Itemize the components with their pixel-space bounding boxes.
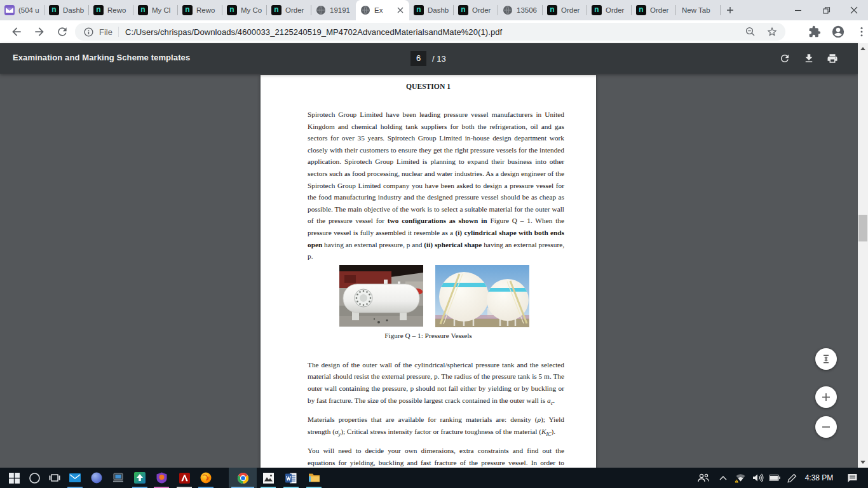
pdf-toolbar: Examination and Marking Scheme templates… xyxy=(0,43,858,74)
download-icon[interactable] xyxy=(803,53,815,64)
fit-to-page-button[interactable] xyxy=(815,348,837,370)
volume-icon[interactable] xyxy=(750,468,766,488)
back-icon[interactable] xyxy=(10,25,23,38)
n-favicon: n xyxy=(414,5,424,15)
zoom-in-button[interactable] xyxy=(815,386,837,408)
scrollbar[interactable] xyxy=(858,43,868,468)
tab-order-1[interactable]: n Order xyxy=(267,0,311,20)
rotate-icon[interactable] xyxy=(779,53,790,64)
pdf-viewer: QUESTION 1 Spirotech Group Limited have … xyxy=(0,74,858,468)
time-label: 4:38 PM xyxy=(805,473,834,482)
spherical-vessels-photo xyxy=(435,265,529,327)
forward-icon[interactable] xyxy=(33,25,46,38)
n-favicon: n xyxy=(49,5,59,15)
acrobat-app-icon[interactable] xyxy=(174,468,194,488)
shield-app-icon[interactable] xyxy=(151,468,172,488)
tab-my-cl[interactable]: n My Cl xyxy=(133,0,178,20)
window-controls xyxy=(784,0,868,20)
paragraph-intro: Spirotech Group Limited have been leadin… xyxy=(308,109,564,262)
n-favicon: n xyxy=(182,5,193,15)
clock[interactable]: 4:38 PM xyxy=(802,468,836,488)
action-center-icon[interactable] xyxy=(843,468,862,488)
zoom-out-button[interactable] xyxy=(815,416,837,438)
tab-new-tab[interactable]: New Tab xyxy=(676,0,721,20)
current-page-input[interactable]: 6 xyxy=(410,51,426,66)
scroll-up-arrow[interactable] xyxy=(858,43,868,54)
task-view-button[interactable] xyxy=(44,468,65,488)
green-arrow-app-icon[interactable] xyxy=(130,468,150,488)
tab-order-2[interactable]: n Order xyxy=(454,0,498,20)
globe-favicon xyxy=(316,5,326,15)
file-explorer-app-icon[interactable] xyxy=(304,468,324,488)
cylindrical-vessel-photo xyxy=(339,265,423,327)
hidden-icons-chevron[interactable] xyxy=(715,468,731,488)
n-favicon: n xyxy=(592,5,602,15)
n-favicon: n xyxy=(458,5,468,15)
tab-rework-2[interactable]: n Rewo xyxy=(178,0,222,20)
omnibox-divider xyxy=(118,27,119,37)
windows-taskbar: 4:38 PM xyxy=(0,468,868,488)
page-total-label: / 13 xyxy=(432,54,446,64)
tab-mail[interactable]: (504 u xyxy=(0,0,44,20)
photos-app-icon[interactable] xyxy=(258,468,278,488)
pdf-document-title: Examination and Marking Scheme templates xyxy=(13,53,190,62)
tab-19191[interactable]: 19191 xyxy=(311,0,356,20)
start-button[interactable] xyxy=(4,468,24,488)
system-app-icon[interactable] xyxy=(108,468,128,488)
n-favicon: n xyxy=(636,5,646,15)
tab-13506[interactable]: 13506 xyxy=(498,0,543,20)
tab-active-ex[interactable]: Ex xyxy=(356,0,409,20)
url-text: C:/Users/chrispas/Downloads/4600033_2125… xyxy=(125,27,745,37)
info-icon[interactable] xyxy=(83,27,94,37)
n-favicon: n xyxy=(547,5,557,15)
n-favicon: n xyxy=(227,5,237,15)
figure-q1 xyxy=(261,265,596,327)
scrollbar-thumb[interactable] xyxy=(858,215,867,241)
mail-app-icon[interactable] xyxy=(65,468,85,488)
zoom-indicator-icon[interactable] xyxy=(745,26,756,37)
tab-order-4[interactable]: n Order xyxy=(587,0,632,20)
tab-order-3[interactable]: n Order xyxy=(543,0,587,20)
print-icon[interactable] xyxy=(827,53,838,64)
close-window-button[interactable] xyxy=(840,0,868,20)
profile-avatar-icon[interactable] xyxy=(831,25,845,39)
cortana-search-button[interactable] xyxy=(24,468,44,488)
battery-icon[interactable] xyxy=(766,468,783,488)
blue-app-icon[interactable] xyxy=(86,468,107,488)
word-app-icon[interactable] xyxy=(281,468,301,488)
address-bar: File C:/Users/chrispas/Downloads/4600033… xyxy=(0,20,868,43)
minimize-button[interactable] xyxy=(784,0,812,20)
plus-icon xyxy=(726,6,734,14)
extensions-puzzle-icon[interactable] xyxy=(808,25,821,38)
page-indicator: 6 / 13 xyxy=(410,51,446,66)
tab-my-co[interactable]: n My Co xyxy=(222,0,267,20)
pdf-page: QUESTION 1 Spirotech Group Limited have … xyxy=(261,75,596,468)
paragraph-instructions: You will need to decide your own dimensi… xyxy=(308,445,564,468)
tab-order-5[interactable]: n Order xyxy=(632,0,676,20)
close-tab-icon[interactable] xyxy=(396,6,405,15)
tab-rework-1[interactable]: n Rewo xyxy=(89,0,133,20)
question-heading: QUESTION 1 xyxy=(261,83,596,91)
bookmark-star-icon[interactable] xyxy=(766,26,778,37)
globe-favicon xyxy=(360,5,370,15)
n-favicon: n xyxy=(271,5,281,15)
kebab-menu-icon[interactable] xyxy=(855,25,868,38)
tab-dashboard[interactable]: n Dashb xyxy=(44,0,89,20)
wifi-warning-icon[interactable] xyxy=(732,468,749,488)
reload-icon[interactable] xyxy=(56,25,69,38)
new-tab-button[interactable] xyxy=(721,0,740,20)
browser-tab-bar: (504 u n Dashb n Rewo n My Cl n Rewo n M… xyxy=(0,0,868,20)
n-favicon: n xyxy=(138,5,148,15)
paragraph-design: The design of the outer wall of the cyli… xyxy=(308,359,564,409)
chrome-app-icon[interactable] xyxy=(229,468,257,488)
people-tray-icon[interactable] xyxy=(695,468,712,488)
firefox-app-icon[interactable] xyxy=(196,468,216,488)
tab-dashboard-2[interactable]: n Dashb xyxy=(409,0,454,20)
globe-favicon xyxy=(503,5,513,15)
restore-button[interactable] xyxy=(812,0,840,20)
scroll-down-arrow[interactable] xyxy=(858,457,868,468)
pen-icon[interactable] xyxy=(784,468,799,488)
figure-caption: Figure Q – 1: Pressure Vessels xyxy=(261,332,596,339)
n-favicon: n xyxy=(93,5,104,15)
url-omnibox[interactable]: File C:/Users/chrispas/Downloads/4600033… xyxy=(75,23,785,41)
